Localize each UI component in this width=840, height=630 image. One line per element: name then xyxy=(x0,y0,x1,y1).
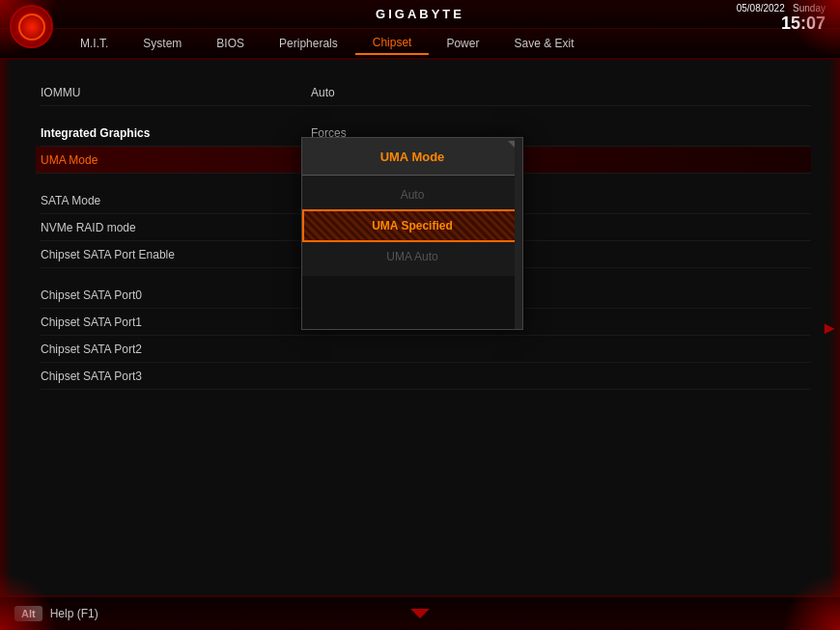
nav-item-system[interactable]: System xyxy=(126,33,199,54)
setting-label-chipset-sata-port2: Chipset SATA Port2 xyxy=(41,342,311,356)
setting-row-iommu[interactable]: IOMMU Auto xyxy=(41,79,811,106)
popup-option-uma-auto[interactable]: UMA Auto xyxy=(302,242,522,271)
popup-header: UMA Mode xyxy=(302,138,522,176)
corner-decoration-bl xyxy=(0,572,58,630)
bottom-triangle-icon xyxy=(410,609,430,618)
outer-frame: GIGABYTE 05/08/2022 Sunday 15:07 M.I.T. … xyxy=(0,0,840,630)
setting-label-chipset-sata-port1: Chipset SATA Port1 xyxy=(41,315,311,329)
corner-decoration-br xyxy=(782,572,840,630)
nav-item-power[interactable]: Power xyxy=(429,33,496,54)
setting-label-sata-mode: SATA Mode xyxy=(41,194,311,207)
popup-empty-space xyxy=(302,276,522,329)
nav-item-bios[interactable]: BIOS xyxy=(199,33,262,54)
nav-item-save-exit[interactable]: Save & Exit xyxy=(496,33,591,54)
setting-label-uma-mode: UMA Mode xyxy=(41,153,311,167)
brand-title: GIGABYTE xyxy=(376,7,464,21)
nav-item-mit[interactable]: M.I.T. xyxy=(63,33,126,54)
bottom-bar: Alt Help (F1) xyxy=(0,595,840,630)
right-arrow-icon: ► xyxy=(821,317,838,338)
popup-scrollbar[interactable] xyxy=(515,138,522,329)
dropdown-popup: UMA Mode Auto UMA Specified UMA Auto xyxy=(301,137,523,330)
spacer-1 xyxy=(41,106,811,120)
popup-options: Auto UMA Specified UMA Auto xyxy=(302,176,522,276)
setting-row-chipset-sata-port2[interactable]: Chipset SATA Port2 xyxy=(41,336,811,363)
nav-item-chipset[interactable]: Chipset xyxy=(355,32,430,55)
setting-label-integrated-graphics: Integrated Graphics xyxy=(41,126,311,140)
setting-label-chipset-sata-port-enable: Chipset SATA Port Enable xyxy=(41,248,311,261)
setting-label-iommu: IOMMU xyxy=(41,86,311,99)
setting-row-chipset-sata-port3[interactable]: Chipset SATA Port3 xyxy=(41,363,811,390)
corner-decoration-tr xyxy=(782,0,840,58)
nav-item-peripherals[interactable]: Peripherals xyxy=(262,33,355,54)
setting-label-chipset-sata-port3: Chipset SATA Port3 xyxy=(41,370,311,383)
nav-bar: M.I.T. System BIOS Peripherals Chipset P… xyxy=(0,29,840,60)
main-content: IOMMU Auto Integrated Graphics Forces UM… xyxy=(0,60,840,595)
left-strip xyxy=(0,60,12,595)
settings-panel: IOMMU Auto Integrated Graphics Forces UM… xyxy=(12,60,840,595)
setting-label-chipset-sata-port0: Chipset SATA Port0 xyxy=(41,288,311,302)
popup-option-uma-specified[interactable]: UMA Specified xyxy=(302,209,522,242)
top-bar: GIGABYTE 05/08/2022 Sunday 15:07 xyxy=(0,0,840,29)
logo-inner xyxy=(18,14,45,41)
popup-option-auto[interactable]: Auto xyxy=(302,180,522,209)
setting-value-iommu: Auto xyxy=(311,86,335,99)
logo-circle xyxy=(10,5,53,48)
setting-label-nvme-raid: NVMe RAID mode xyxy=(41,221,311,234)
popup-title: UMA Mode xyxy=(380,150,445,164)
